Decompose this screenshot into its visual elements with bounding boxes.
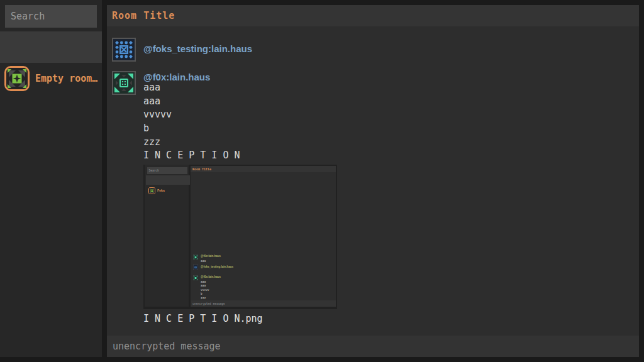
message-input[interactable] xyxy=(107,336,639,357)
attachment-filename[interactable]: I N C E P T I O N.png xyxy=(143,313,263,324)
room-header: Room Title xyxy=(107,5,639,26)
mini-avatar-foks-testing-icon xyxy=(193,265,198,270)
room-avatar-identicon-icon xyxy=(4,66,30,91)
room-title: Room Title xyxy=(112,5,175,26)
message-text[interactable]: aaa xyxy=(143,95,240,109)
mini-message-text: aaa xyxy=(201,259,206,263)
sender-name[interactable]: @foks_testing:lain.haus xyxy=(143,43,252,54)
mini-room-title: Room Title xyxy=(192,166,211,172)
mini-avatar-f0x-icon xyxy=(193,255,198,260)
embedded-screenshot: Search Foks xyxy=(143,165,337,309)
avatar-foks-testing-icon xyxy=(112,38,136,62)
mini-room-list-item: Foks xyxy=(146,175,190,185)
room-name-label: Empty room… xyxy=(35,63,97,94)
message-group-body: aaa aaa vvvvv b zzz I N C E P T I O N xyxy=(143,81,240,163)
search-input[interactable] xyxy=(5,5,97,28)
room-list-item[interactable]: Empty room… xyxy=(0,31,102,63)
mini-search-input: Search xyxy=(147,167,187,174)
mini-sender: @foks_testing:lain.haus xyxy=(201,265,233,268)
message-text[interactable]: I N C E P T I O N xyxy=(143,149,240,163)
message-text[interactable]: b xyxy=(143,122,240,136)
mini-sender: @f0x:lain.haus xyxy=(201,275,221,278)
mini-room-header: Room Title xyxy=(191,166,336,172)
message-timeline[interactable]: @foks_testing:lain.haus @f0x:lain.haus a… xyxy=(107,26,639,336)
mini-room-name: Foks xyxy=(157,186,165,195)
mini-sidebar: Search Foks xyxy=(145,165,189,307)
mini-sender: @f0x:lain.haus xyxy=(201,255,221,258)
mini-avatar-f0x-icon xyxy=(193,275,198,280)
composer-bar xyxy=(107,336,639,357)
avatar-f0x-icon xyxy=(112,71,136,95)
mini-timeline: @f0x:lain.haus aaa @foks_testing:lain.ha… xyxy=(191,172,336,300)
image-attachment[interactable]: Search Foks xyxy=(143,165,337,309)
app-window: { "sidebar": { "search_placeholder": "Se… xyxy=(0,0,644,362)
mini-message-group: aaa aaa vvvvv b zzz xyxy=(201,280,209,300)
room-list-sidebar: Empty room… xyxy=(0,0,102,357)
message-text[interactable]: aaa xyxy=(143,81,240,95)
message-text[interactable]: vvvvv xyxy=(143,108,240,122)
message-text[interactable]: zzz xyxy=(143,136,240,150)
mini-composer: unencrypted message xyxy=(191,300,336,307)
mini-message-text: zzz xyxy=(201,296,209,300)
mini-room-avatar-icon xyxy=(148,187,155,194)
